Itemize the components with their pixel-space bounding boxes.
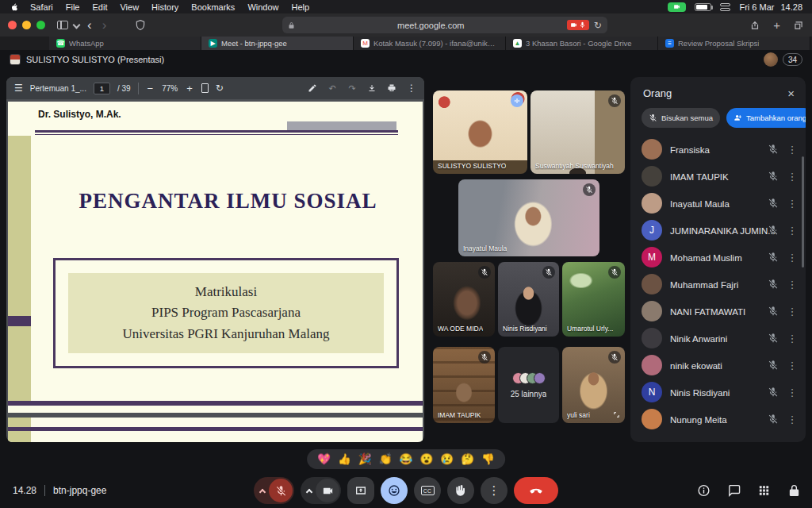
reaction-button[interactable]: 🎉 [358, 454, 372, 465]
expand-icon[interactable] [612, 410, 621, 419]
captions-button[interactable]: CC [414, 477, 441, 504]
video-tile[interactable]: Suswantiyah Suswantiyah [530, 90, 625, 174]
end-call-button[interactable] [514, 477, 558, 504]
control-center-icon[interactable] [720, 3, 730, 11]
video-tile[interactable]: WA ODE MIDA [433, 262, 495, 337]
participant-more-icon[interactable]: ⋮ [787, 360, 798, 371]
back-button[interactable]: ‹ [85, 18, 94, 32]
participant-more-icon[interactable]: ⋮ [787, 414, 798, 425]
participant-more-icon[interactable]: ⋮ [787, 252, 798, 264]
browser-tab[interactable]: ▶ Meet - btn-jppq-gee [201, 37, 354, 50]
reaction-button[interactable]: 😂 [400, 454, 413, 465]
video-tile[interactable]: IMAM TAUPIK [433, 347, 495, 423]
reload-button[interactable]: ↻ [594, 20, 602, 31]
rotate-icon[interactable]: ↻ [216, 83, 224, 94]
browser-tab[interactable]: ≡ Review Proposal Skripsi [658, 37, 810, 50]
participant-mic-off-icon[interactable] [768, 144, 779, 155]
reaction-button[interactable]: 😢 [440, 454, 454, 465]
mic-options-chevron[interactable] [257, 487, 268, 495]
menubar-item[interactable]: History [145, 2, 185, 12]
new-tab-button[interactable]: + [773, 19, 780, 31]
menubar-clock[interactable]: Fri 6 Mar14.28 [739, 2, 802, 12]
camera-toggle-button[interactable] [316, 479, 339, 502]
close-icon[interactable]: × [787, 87, 795, 99]
video-tile[interactable]: Umarotul Urly... [562, 262, 625, 337]
pdf-more-icon[interactable]: ⋮ [407, 83, 416, 94]
add-people-button[interactable]: Tambahkan orang [726, 108, 806, 128]
camera-options-chevron[interactable] [304, 487, 315, 495]
zoom-window-button[interactable] [36, 21, 45, 29]
participant-mic-off-icon[interactable] [768, 306, 779, 317]
menubar-item[interactable]: Bookmarks [185, 2, 241, 12]
video-tile[interactable]: 25 lainnya [498, 347, 559, 423]
tab-overview-icon[interactable] [793, 20, 804, 31]
browser-tab[interactable]: ▲ 3 Khasan Basori - Google Drive [506, 37, 658, 50]
reaction-button[interactable]: 👏 [379, 454, 393, 465]
participant-more-icon[interactable]: ⋮ [787, 333, 798, 344]
participant-mic-off-icon[interactable] [768, 360, 779, 371]
participant-avatar[interactable] [764, 52, 778, 67]
apple-menu-icon[interactable] [10, 2, 19, 12]
mute-all-button[interactable]: Bisukan semua [642, 108, 720, 128]
reactions-button[interactable] [381, 477, 408, 504]
privacy-shield-icon[interactable] [135, 19, 146, 31]
page-input[interactable] [94, 83, 110, 94]
menubar-item[interactable]: File [59, 2, 86, 12]
menubar-item[interactable]: View [113, 2, 145, 12]
meeting-details-icon[interactable] [697, 484, 710, 498]
close-window-button[interactable] [8, 21, 17, 29]
reaction-button[interactable]: 👎 [481, 454, 495, 465]
presentation-tile[interactable]: ☰ Pertemuan 1_... / 39 − 77% + ↻ ↶ ↷ ⋮ [6, 77, 424, 442]
participant-mic-off-icon[interactable] [768, 252, 779, 263]
browser-tab[interactable]: M Kotak Masuk (7.099) - ifana@unikama.ac… [354, 37, 506, 50]
menubar-item[interactable]: Safari [24, 2, 59, 12]
participant-more-icon[interactable]: ⋮ [787, 144, 798, 156]
download-icon[interactable] [367, 83, 377, 93]
redo-icon[interactable]: ↷ [347, 83, 357, 93]
participant-more-icon[interactable]: ⋮ [787, 198, 798, 210]
more-options-button[interactable]: ⋮ [481, 477, 508, 504]
battery-icon[interactable] [695, 3, 711, 11]
zoom-out-button[interactable]: − [146, 83, 155, 94]
reaction-button[interactable]: 😮 [419, 454, 433, 465]
sidebar-toggle-icon[interactable] [57, 21, 68, 29]
menubar-item[interactable]: Help [285, 2, 316, 12]
participant-mic-off-icon[interactable] [768, 387, 779, 398]
pdf-menu-icon[interactable]: ☰ [14, 83, 23, 94]
video-tile[interactable]: Ninis Risdiyani [498, 262, 559, 337]
participant-more-icon[interactable]: ⋮ [787, 171, 798, 183]
panel-scrollbar[interactable] [802, 156, 804, 267]
browser-tab[interactable]: ☎ WhatsApp [49, 37, 201, 50]
participant-mic-off-icon[interactable] [768, 333, 779, 344]
camera-in-use-indicator[interactable] [668, 2, 686, 12]
share-icon[interactable] [749, 20, 760, 31]
chat-icon[interactable] [727, 484, 741, 498]
mic-mute-button[interactable] [269, 479, 293, 502]
participant-mic-off-icon[interactable] [768, 414, 779, 425]
undo-icon[interactable]: ↶ [327, 83, 337, 93]
participant-more-icon[interactable]: ⋮ [787, 306, 798, 318]
video-tile[interactable]: yuli sari [562, 347, 625, 423]
reaction-button[interactable]: 💖 [317, 454, 331, 465]
forward-button[interactable]: › [100, 18, 109, 32]
tab-group-chevron-icon[interactable] [73, 21, 81, 29]
camera-mic-in-use-badge[interactable] [567, 20, 589, 30]
fit-page-icon[interactable] [201, 83, 209, 93]
menubar-item[interactable]: Window [241, 2, 285, 12]
address-bar[interactable]: meet.google.com ↻ [282, 17, 607, 33]
activities-grid-icon[interactable] [757, 484, 771, 498]
reaction-button[interactable]: 🤔 [461, 454, 474, 465]
menubar-item[interactable]: Edit [86, 2, 113, 12]
participant-more-icon[interactable]: ⋮ [787, 279, 798, 291]
video-tile[interactable]: SULISTYO SULISTYO [433, 90, 527, 174]
participant-more-icon[interactable]: ⋮ [787, 387, 798, 398]
present-screen-button[interactable] [347, 477, 374, 504]
minimize-window-button[interactable] [22, 21, 31, 29]
annotate-pen-icon[interactable] [308, 83, 317, 93]
participant-mic-off-icon[interactable] [768, 225, 779, 236]
print-icon[interactable] [387, 83, 396, 93]
zoom-in-button[interactable]: + [185, 83, 194, 94]
participant-mic-off-icon[interactable] [768, 171, 779, 182]
participant-count-badge[interactable]: 34 [783, 53, 802, 66]
reaction-button[interactable]: 👍 [338, 454, 351, 465]
